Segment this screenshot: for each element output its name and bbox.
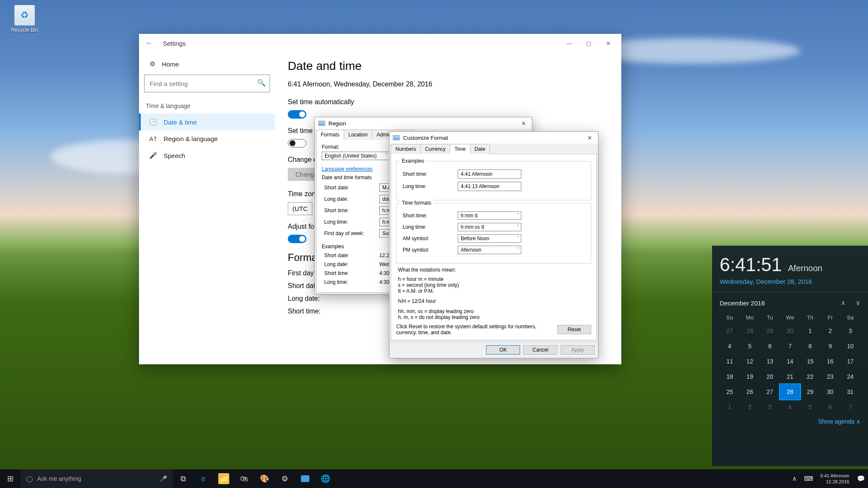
calendar-day[interactable]: 26 — [740, 384, 760, 399]
calendar-day[interactable]: 2 — [740, 399, 760, 415]
calendar-day[interactable]: 27 — [720, 323, 740, 338]
calendar-day[interactable]: 28 — [780, 384, 800, 399]
calendar-day[interactable]: 22 — [800, 369, 820, 384]
calendar-day[interactable]: 15 — [800, 354, 820, 369]
calendar-prev-button[interactable]: ∧ — [841, 299, 846, 307]
customize-close-button[interactable]: ✕ — [584, 135, 595, 141]
customize-format-dialog: Customize Format ✕ Numbers Currency Time… — [389, 131, 598, 358]
calendar-next-button[interactable]: ∨ — [856, 299, 860, 307]
maximize-button[interactable]: ▢ — [579, 37, 598, 50]
gear-icon: ⚙ — [148, 60, 156, 68]
dst-toggle[interactable] — [288, 235, 306, 243]
calendar-day[interactable]: 20 — [760, 369, 780, 384]
taskbar-clock[interactable]: 6:41 Afernoon 12.28.2016 — [816, 473, 854, 485]
calendar-day[interactable]: 18 — [720, 369, 740, 384]
calendar-day[interactable]: 31 — [840, 384, 860, 399]
calendar-day[interactable]: 6 — [760, 338, 780, 354]
language-preferences-link[interactable]: Language preferences — [322, 166, 373, 172]
tz-dropdown[interactable]: (UTC — [288, 202, 312, 215]
app1-icon[interactable] — [295, 469, 315, 488]
sidebar-item-region-language[interactable]: A†Region & language — [139, 130, 275, 147]
calendar-day[interactable]: 29 — [760, 323, 780, 338]
sidebar-item-speech[interactable]: 🎤Speech — [139, 147, 275, 164]
calendar-day[interactable]: 3 — [760, 399, 780, 415]
microphone-icon[interactable]: 🎤 — [160, 475, 167, 482]
calendar-day[interactable]: 7 — [840, 399, 860, 415]
calendar-day[interactable]: 1 — [800, 323, 820, 338]
back-button[interactable]: ← — [142, 39, 156, 47]
search-input[interactable] — [144, 75, 270, 92]
sidebar-home[interactable]: ⚙ Home — [144, 57, 270, 75]
tab-formats[interactable]: Formats — [316, 130, 344, 140]
calendar-day[interactable]: 8 — [800, 338, 820, 354]
store-icon[interactable]: 🛍 — [234, 469, 254, 488]
tab-location[interactable]: Location — [344, 130, 372, 140]
region-titlebar[interactable]: Region ✕ — [315, 117, 532, 129]
calendar-day[interactable]: 4 — [780, 399, 800, 415]
calendar-day[interactable]: 21 — [780, 369, 800, 384]
calendar-month[interactable]: December 2016 — [720, 299, 765, 307]
calendar-day[interactable]: 19 — [740, 369, 760, 384]
auto-time-toggle[interactable] — [288, 110, 306, 119]
ok-button[interactable]: OK — [486, 345, 520, 355]
calendar-day[interactable]: 3 — [840, 323, 860, 338]
calendar-day[interactable]: 30 — [780, 323, 800, 338]
tab-time[interactable]: Time — [450, 144, 470, 154]
calendar-day[interactable]: 30 — [820, 384, 840, 399]
format-dropdown[interactable]: English (United States) — [322, 152, 389, 160]
tab-date[interactable]: Date — [470, 144, 490, 154]
customize-titlebar[interactable]: Customize Format ✕ — [389, 132, 598, 144]
flyout-date[interactable]: Wednesday, December 28, 2016 — [720, 278, 860, 285]
minimize-button[interactable]: — — [559, 37, 579, 50]
pm-symbol-dropdown[interactable]: Afernoon — [458, 246, 521, 254]
long-time-format-dropdown[interactable]: h:mm:ss tt — [458, 223, 521, 231]
edge-icon[interactable]: e — [193, 469, 214, 488]
show-agenda-link[interactable]: Show agenda ∧ — [720, 418, 860, 425]
tab-numbers[interactable]: Numbers — [391, 144, 421, 154]
calendar-day[interactable]: 13 — [760, 354, 780, 369]
calendar-day[interactable]: 27 — [760, 384, 780, 399]
task-view-button[interactable]: ⧉ — [173, 469, 193, 488]
sidebar-item-date-time[interactable]: 🕒Date & time — [139, 114, 275, 130]
calendar-day[interactable]: 7 — [780, 338, 800, 354]
calendar-day[interactable]: 11 — [720, 354, 740, 369]
calendar-day[interactable]: 25 — [720, 384, 740, 399]
calendar-day[interactable]: 12 — [740, 354, 760, 369]
calendar-day[interactable]: 29 — [800, 384, 820, 399]
calendar-day[interactable]: 14 — [780, 354, 800, 369]
calendar-day[interactable]: 28 — [740, 323, 760, 338]
cortana-search[interactable]: ◯ Ask me anything 🎤 — [20, 469, 173, 488]
calendar-day[interactable]: 5 — [800, 399, 820, 415]
cancel-button[interactable]: Cancel — [523, 345, 557, 355]
keyboard-icon[interactable]: ⌨ — [801, 469, 816, 488]
action-center-button[interactable]: 💬 — [854, 469, 868, 488]
close-button[interactable]: ✕ — [598, 37, 618, 50]
calendar-day[interactable]: 9 — [820, 338, 840, 354]
reset-button[interactable]: Reset — [557, 325, 591, 334]
tab-currency[interactable]: Currency — [420, 144, 451, 154]
calendar-day[interactable]: 23 — [820, 369, 840, 384]
file-explorer-icon[interactable]: 📁 — [214, 469, 234, 488]
calendar-day[interactable]: 24 — [840, 369, 860, 384]
start-button[interactable]: ⊞ — [0, 469, 20, 488]
calendar-day[interactable]: 17 — [840, 354, 860, 369]
calendar-day[interactable]: 6 — [820, 399, 840, 415]
tray-overflow-button[interactable]: ∧ — [787, 469, 801, 488]
am-symbol-dropdown[interactable]: Before Noon — [458, 234, 521, 243]
calendar-day[interactable]: 4 — [720, 338, 740, 354]
auto-tz-toggle[interactable] — [288, 139, 306, 147]
calendar-day[interactable]: 10 — [840, 338, 860, 354]
settings-titlebar[interactable]: ← Settings — ▢ ✕ — [139, 34, 621, 53]
settings-search[interactable]: 🔍 — [144, 75, 270, 92]
calendar-day[interactable]: 16 — [820, 354, 840, 369]
recycle-bin[interactable]: Recycle Bin — [8, 5, 42, 33]
paint-icon[interactable]: 🎨 — [254, 469, 275, 488]
short-time-format-dropdown[interactable]: h:mm tt — [458, 211, 521, 220]
calendar-day[interactable]: 1 — [720, 399, 740, 415]
region-close-button[interactable]: ✕ — [518, 120, 529, 127]
apply-button[interactable]: Apply — [561, 345, 595, 355]
settings-taskbar-icon[interactable]: ⚙ — [275, 469, 295, 488]
calendar-day[interactable]: 2 — [820, 323, 840, 338]
calendar-day[interactable]: 5 — [740, 338, 760, 354]
app2-icon[interactable]: 🌐 — [315, 469, 336, 488]
